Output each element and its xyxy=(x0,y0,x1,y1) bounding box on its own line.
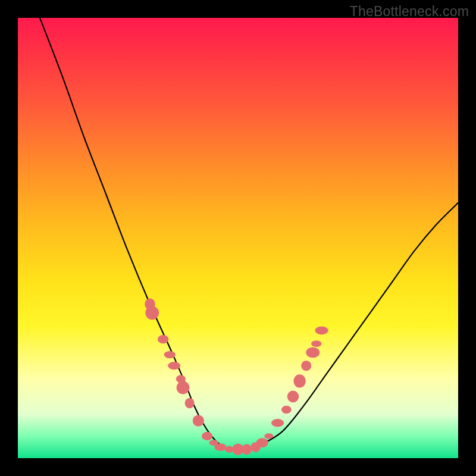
data-marker xyxy=(281,406,292,414)
data-marker xyxy=(256,438,268,447)
data-marker xyxy=(202,432,212,440)
data-marker xyxy=(287,390,299,402)
data-marker xyxy=(306,347,320,358)
data-marker xyxy=(164,351,176,358)
data-marker xyxy=(168,362,180,369)
chart-overlay xyxy=(18,18,458,458)
data-marker xyxy=(145,306,159,320)
data-marker xyxy=(293,374,305,387)
data-marker xyxy=(315,326,328,334)
watermark-text: TheBottleneck.com xyxy=(350,4,469,20)
data-marker xyxy=(271,419,284,427)
data-marker xyxy=(225,446,233,453)
bottleneck-curve xyxy=(40,18,458,450)
data-marker xyxy=(311,340,321,347)
data-marker xyxy=(301,361,311,371)
data-marker xyxy=(185,398,195,409)
data-marker xyxy=(242,444,252,455)
marker-group xyxy=(145,298,328,455)
data-marker xyxy=(264,433,273,439)
data-marker xyxy=(214,443,226,451)
data-marker xyxy=(193,415,204,426)
chart-frame: TheBottleneck.com xyxy=(0,0,476,476)
data-marker xyxy=(177,381,190,394)
data-marker xyxy=(158,335,168,344)
plot-area xyxy=(18,18,458,458)
